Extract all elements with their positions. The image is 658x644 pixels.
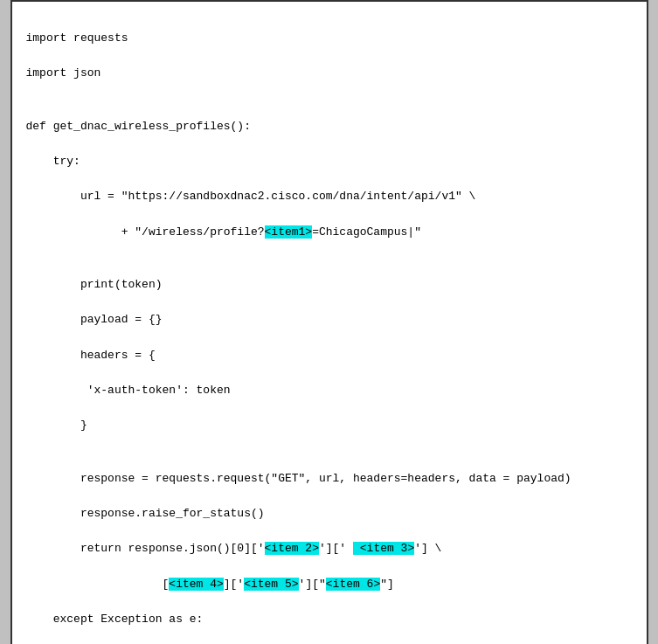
line-2: import json [26, 65, 633, 82]
line-13: } [26, 417, 633, 434]
code-editor: import requests import json def get_dnac… [10, 0, 648, 644]
line-1: import requests [26, 30, 633, 47]
line-5: try: [26, 153, 633, 170]
highlight-item6: <item 6> [326, 578, 380, 591]
highlight-item4: <item 4> [169, 578, 223, 591]
line-9: print(token) [26, 276, 633, 294]
line-11: headers = { [26, 347, 633, 364]
line-15: response = requests.request("GET", url, … [26, 470, 633, 488]
highlight-item5: <item 5> [244, 578, 298, 591]
line-12: 'x-auth-token': token [26, 382, 633, 399]
line-10: payload = {} [26, 311, 633, 329]
line-4: def get_dnac_wireless_profiles(): [26, 118, 633, 135]
line-7: + "/wireless/profile?<item1>=ChicagoCamp… [26, 224, 633, 241]
line-18: [<item 4>]['<item 5>']["<item 6>"] [26, 576, 633, 593]
highlight-item3: <item 3> [353, 542, 414, 555]
line-17: return response.json()[0]['<item 2>'][' … [26, 540, 633, 557]
highlight-item2: <item 2> [265, 542, 319, 555]
highlight-item1: <item1> [265, 225, 313, 239]
line-19: except Exception as e: [26, 611, 633, 628]
line-6: url = "https://sandboxdnac2.cisco.com/dn… [26, 188, 633, 205]
line-16: response.raise_for_status() [26, 505, 633, 523]
